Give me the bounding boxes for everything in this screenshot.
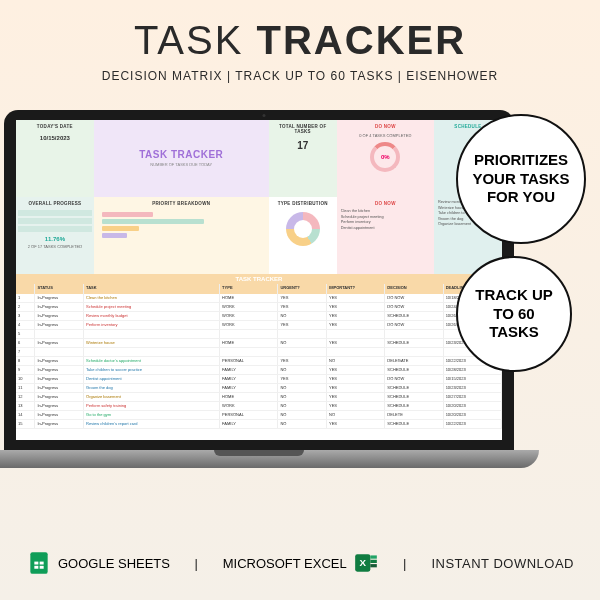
google-sheets-icon [26, 550, 52, 576]
svg-rect-8 [370, 560, 377, 563]
table-row[interactable]: 1In-ProgressClean the kitchenHOMEYESYESD… [16, 294, 502, 303]
table-header-row: STATUSTASKTYPEURGENT?IMPORTANT?DECISIOND… [16, 284, 502, 294]
col-header: STATUS [35, 284, 84, 294]
callout-track-60: TRACK UP TO 60 TASKS [456, 256, 572, 372]
donow-item: Schedule project meeting [341, 215, 430, 219]
col-header: URGENT? [278, 284, 327, 294]
subtitle: DECISION MATRIX | TRACK UP TO 60 TASKS |… [0, 69, 600, 83]
instant-download: INSTANT DOWNLOAD [431, 556, 574, 571]
donow-pct-arc: 0% [370, 142, 400, 172]
overall-label: OVERALL PROGRESS [18, 199, 92, 208]
col-header [16, 284, 35, 294]
overall-progress-card: OVERALL PROGRESS 11.76% 2 OF 17 TASKS CO… [16, 197, 94, 274]
footer-sep1: | [194, 556, 198, 571]
table-row[interactable]: 2In-ProgressSchedule project meetingWORK… [16, 303, 502, 312]
table-row[interactable]: 8In-ProgressSchedule doctor's appointmen… [16, 357, 502, 366]
donow-item: Clean the kitchen [341, 209, 430, 213]
total-label: TOTAL NUMBER OF TASKS [272, 122, 334, 136]
table-title: TASK TRACKER [16, 274, 502, 284]
donow-label: DO NOW [340, 122, 431, 131]
total-tasks-card: TOTAL NUMBER OF TASKS 17 [269, 120, 337, 197]
donow-sub: 0 OF 4 TASKS COMPLETED [340, 133, 431, 138]
tracker-title-text: TASK TRACKER [139, 149, 223, 160]
table-row[interactable]: 6In-ProgressWinterize houseHOMENOYESSCHE… [16, 339, 502, 348]
main-title: TASK TRACKER [0, 18, 600, 63]
col-header: DECISION [385, 284, 443, 294]
task-table: TASK TRACKER STATUSTASKTYPEURGENT?IMPORT… [16, 274, 502, 440]
svg-text:X: X [359, 557, 366, 568]
svg-rect-9 [370, 564, 377, 567]
donow-item: Perform inventory [341, 220, 430, 224]
google-sheets-brand: GOOGLE SHEETS [26, 550, 170, 576]
table-row[interactable]: 4In-ProgressPerform inventoryWORKYESYESD… [16, 321, 502, 330]
table-row[interactable]: 3In-ProgressReview monthly budgetWORKNOY… [16, 312, 502, 321]
table-row[interactable]: 5 [16, 330, 502, 339]
donow-card: DO NOW 0 OF 4 TASKS COMPLETED 0% [337, 120, 434, 197]
table-row[interactable]: 7 [16, 348, 502, 357]
overall-pct: 11.76% [18, 236, 92, 242]
table-row[interactable]: 9In-ProgressTake children to soccer prac… [16, 366, 502, 375]
footer: GOOGLE SHEETS | MICROSOFT EXCEL X | INST… [0, 550, 600, 576]
type-label: TYPE DISTRIBUTION [276, 199, 330, 208]
excel-brand: MICROSOFT EXCEL X [223, 550, 379, 576]
tracker-subtitle: NUMBER OF TASKS DUE TODAY [150, 162, 212, 167]
today-date-card: TODAY'S DATE 10/15/2023 [16, 120, 94, 197]
type-distribution-card: TYPE DISTRIBUTION [269, 197, 337, 274]
tracker-title-card: TASK TRACKER NUMBER OF TASKS DUE TODAY [94, 120, 269, 197]
table-row[interactable]: 11In-ProgressGroom the dogFAMILYNOYESSCH… [16, 384, 502, 393]
donut-chart-icon [286, 212, 320, 246]
overall-sub: 2 OF 17 TASKS COMPLETED [18, 244, 92, 249]
today-value: 10/15/2023 [19, 135, 91, 141]
callout-prioritizes: PRIORITIZES YOUR TASKS FOR YOU [456, 114, 586, 244]
donow-item: Dentist appointment [341, 226, 430, 230]
laptop-base [0, 450, 539, 468]
table-row[interactable]: 15In-ProgressReview children's report ca… [16, 420, 502, 429]
table-row[interactable]: 13In-ProgressPerform safety trainingWORK… [16, 402, 502, 411]
table-row[interactable]: 12In-ProgressOrganize basementHOMENOYESS… [16, 393, 502, 402]
col-header: TYPE [220, 284, 278, 294]
laptop-mockup: TODAY'S DATE 10/15/2023 TASK TRACKER NUM… [4, 110, 524, 468]
svg-rect-7 [370, 555, 377, 558]
today-label: TODAY'S DATE [19, 122, 91, 131]
excel-icon: X [353, 550, 379, 576]
table-row[interactable]: 10In-ProgressDentist appointmentFAMILYYE… [16, 375, 502, 384]
footer-sep2: | [403, 556, 407, 571]
priority-breakdown-card: PRIORITY BREAKDOWN [94, 197, 269, 274]
total-value: 17 [272, 140, 334, 151]
donow-list-card: DO NOW Clean the kitchenSchedule project… [337, 197, 434, 274]
title-light: TASK [134, 18, 244, 62]
priority-bars [96, 212, 267, 238]
camera-icon [263, 114, 266, 117]
table-row[interactable]: 14In-ProgressGo to the gymPERSONALNONODE… [16, 411, 502, 420]
col-header: IMPORTANT? [327, 284, 385, 294]
spreadsheet-screen: TODAY'S DATE 10/15/2023 TASK TRACKER NUM… [16, 120, 502, 440]
priority-label: PRIORITY BREAKDOWN [96, 199, 267, 208]
col-header: TASK [84, 284, 220, 294]
title-bold: TRACKER [257, 18, 467, 62]
